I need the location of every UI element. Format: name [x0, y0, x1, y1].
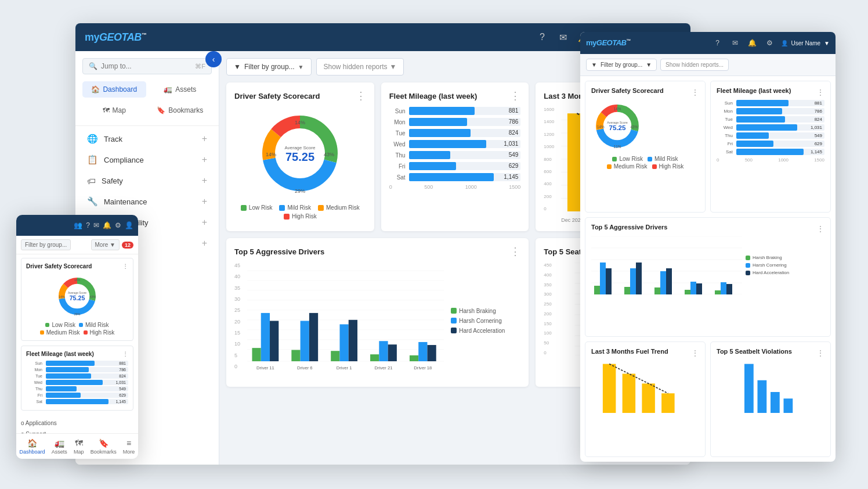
harsh-cornering-label: Harsh Cornering	[459, 318, 501, 324]
aggressive-drivers-menu[interactable]: ⋮	[510, 246, 520, 257]
second-seatbelt-menu[interactable]: ⋮	[816, 348, 824, 358]
svg-rect-37	[331, 351, 339, 361]
hidden-reports-caret: ▼	[390, 63, 397, 71]
bar-row-mon: Mon 786	[389, 118, 521, 126]
safety-scorecard-title: Driver Safety Scorecard	[234, 92, 320, 100]
svg-rect-94	[696, 283, 702, 294]
mobile-more-button[interactable]: More ▼	[91, 239, 120, 250]
second-seatbelt-svg: 400 300 200 100	[717, 361, 824, 413]
second-fuel-svg: 1600 1400 1200 1000	[591, 361, 699, 413]
mobile-bell-icon[interactable]: 🔔	[103, 221, 111, 229]
sidebar-collapse-button[interactable]: ‹	[205, 51, 222, 67]
mobile-nav-dashboard[interactable]: 🏠 Dashboard	[20, 438, 45, 455]
second-help-icon[interactable]: ?	[711, 37, 724, 49]
filter-caret: ▼	[298, 64, 304, 70]
high-risk-label: High Risk	[292, 213, 317, 220]
second-agg-legend: Harsh Braking Harsh Cornering Hard Accel…	[746, 236, 789, 294]
fleet-mileage-menu[interactable]: ⋮	[510, 91, 520, 101]
hard-acceleration-label: Hard Acceleration	[459, 328, 505, 334]
maintenance-expand[interactable]: +	[202, 196, 207, 207]
search-input[interactable]	[101, 62, 191, 70]
svg-text:75.25: 75.25	[285, 150, 314, 163]
second-fuel-menu[interactable]: ⋮	[691, 348, 699, 358]
mobile-bookmarks-label: Bookmarks	[91, 449, 117, 455]
low-risk-label: Low Risk	[249, 204, 273, 211]
high-risk-dot	[284, 214, 290, 220]
map-tab-label: Map	[113, 106, 126, 114]
mobile-safety-card: Driver Safety Scorecard ⋮ Average Score …	[21, 258, 133, 341]
mobile-help-icon[interactable]: ?	[86, 221, 90, 229]
mobile-nav-bookmarks[interactable]: 🔖 Bookmarks	[91, 438, 117, 455]
svg-text:14%: 14%	[614, 107, 621, 111]
svg-text:Driver 6: Driver 6	[297, 365, 313, 369]
safety-scorecard-menu[interactable]: ⋮	[356, 91, 366, 101]
mobile-map-icon: 🗺	[75, 438, 83, 448]
svg-text:75.25: 75.25	[70, 294, 85, 301]
second-settings-icon[interactable]: ⚙	[764, 37, 776, 49]
mobile-fleet-menu[interactable]: ⋮	[122, 351, 128, 357]
sidebar-tab-assets[interactable]: 🚛 Assets	[149, 81, 212, 98]
svg-text:43%: 43%	[324, 152, 334, 157]
mobile-nav-assets[interactable]: 🚛 Assets	[52, 438, 67, 455]
sidebar-item-track[interactable]: 🌐 Track +	[75, 128, 219, 149]
second-mail-icon[interactable]: ✉	[729, 37, 742, 49]
mobile-assets-icon: 🚛	[55, 438, 64, 448]
mobile-people-icon[interactable]: 👥	[74, 221, 82, 229]
svg-text:43%: 43%	[89, 295, 96, 299]
second-bell-icon[interactable]: 🔔	[746, 37, 759, 49]
legend-harsh-braking: Harsh Braking	[451, 308, 520, 314]
mobile-safety-menu[interactable]: ⋮	[122, 263, 128, 269]
mobile-filter-button[interactable]: Filter by group...	[21, 239, 71, 250]
svg-rect-104	[623, 374, 636, 414]
mobile-bookmarks-icon: 🔖	[99, 438, 108, 448]
mobile-nav-map[interactable]: 🗺 Map	[74, 438, 84, 455]
second-safety-card: Driver Safety Scorecard ⋮ Average Score …	[585, 81, 706, 213]
mobile-top-nav: 👥 ? ✉ 🔔 ⚙ 👤	[16, 215, 138, 236]
sidebar-item-maintenance[interactable]: 🔧 Maintenance +	[75, 191, 219, 212]
mobile-applications-link[interactable]: o Applications	[21, 418, 133, 429]
svg-text:Driver 21: Driver 21	[375, 365, 393, 369]
hidden-reports-button[interactable]: Show hidden reports ▼	[316, 58, 404, 75]
svg-rect-95	[715, 290, 721, 294]
sidebar-tab-dashboard[interactable]: 🏠 Dashboard	[82, 81, 146, 98]
low-risk-dot	[241, 205, 247, 211]
second-hidden-reports[interactable]: Show hidden reports...	[660, 59, 729, 71]
maintenance-icon: 🔧	[87, 196, 98, 207]
sidebar-item-compliance[interactable]: 📋 Compliance +	[75, 149, 219, 170]
mail-icon[interactable]: ✉	[556, 31, 569, 44]
home-icon: 🏠	[91, 85, 100, 94]
second-filter-btn[interactable]: ▼ Filter by group... ▼	[586, 59, 657, 71]
legend-mild-risk: Mild Risk	[279, 204, 311, 211]
compliance-expand[interactable]: +	[202, 154, 207, 165]
second-fleet-menu[interactable]: ⋮	[816, 88, 824, 97]
second-top-nav: myGEOTAB™ ? ✉ 🔔 ⚙ 👤 User Name ▼	[580, 32, 836, 54]
safety-expand[interactable]: +	[202, 175, 207, 186]
mobile-fleet-title: Fleet Mileage (last week)	[26, 351, 94, 357]
second-donut-svg: Average Score 75.25 14% 43% 11% 14%	[591, 100, 643, 152]
mobile-settings-icon[interactable]: ⚙	[115, 221, 121, 229]
bar-row-thu: Thu 549	[389, 151, 521, 159]
sustainability-expand[interactable]: +	[202, 217, 207, 228]
second-seatbelt-title: Top 5 Seatbelt Violations	[717, 348, 792, 355]
svg-rect-105	[642, 384, 655, 414]
mobile-user-icon[interactable]: 👤	[125, 221, 133, 229]
more-expand[interactable]: +	[202, 238, 207, 249]
filter-button[interactable]: ▼ Filter by group... ▼	[226, 58, 312, 75]
second-filter-label: Filter by group...	[601, 62, 642, 68]
safety-scorecard-card: Driver Safety Scorecard ⋮ 14% 43%	[226, 82, 374, 231]
mobile-assets-label: Assets	[52, 449, 67, 455]
second-safety-menu[interactable]: ⋮	[691, 88, 699, 97]
second-fleet-card: Fleet Mileage (last week) ⋮ Sun881 Mon78…	[710, 81, 831, 213]
mobile-more-icon: ≡	[126, 438, 131, 448]
sidebar-item-safety[interactable]: 🏷 Safety +	[75, 170, 219, 191]
track-expand[interactable]: +	[202, 134, 207, 144]
sidebar-tab-map[interactable]: 🗺 Map	[82, 102, 146, 118]
aggressive-chart-svg: Driver 11 Driver 6 Driver 1 Driver 21 Dr…	[247, 263, 444, 369]
sidebar-nav-tabs: 🏠 Dashboard 🚛 Assets	[75, 79, 219, 102]
help-icon[interactable]: ?	[536, 31, 548, 44]
mobile-nav-more[interactable]: ≡ More	[123, 438, 135, 455]
second-aggressive-menu[interactable]: ⋮	[816, 224, 824, 233]
second-user-menu[interactable]: 👤 User Name ▼	[781, 40, 830, 46]
mobile-mail-icon[interactable]: ✉	[93, 221, 99, 229]
sidebar-tab-bookmarks[interactable]: 🔖 Bookmarks	[149, 102, 212, 118]
